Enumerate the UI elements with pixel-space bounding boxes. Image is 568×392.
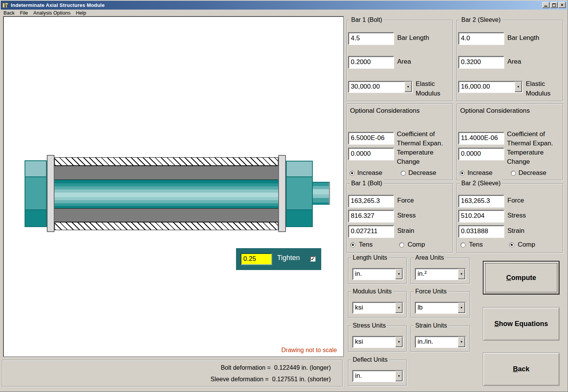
- bar2-strain-label: Strain: [507, 227, 524, 235]
- sleeve-deformation-text: Sleeve deformation = 0.127551 in. (short…: [210, 376, 331, 383]
- bar1-cte-input[interactable]: 6.5000E-06: [348, 132, 394, 145]
- bar1-comp-radio[interactable]: [399, 242, 404, 247]
- bar2-temp-label-line2: Change: [507, 158, 530, 166]
- bar1-tens-radio[interactable]: [350, 242, 355, 247]
- bar2-modulus-combo[interactable]: 16,000.00 ▼: [458, 81, 523, 93]
- bar2-increase-label: Increase: [467, 169, 492, 177]
- bar1-stress-output[interactable]: 816.327: [348, 210, 394, 222]
- bar2-increase-radio[interactable]: [460, 171, 465, 176]
- bar1-tens-label: Tens: [359, 241, 373, 249]
- bolt-head-bottom-facet: [25, 210, 46, 226]
- bar1-modulus-combo[interactable]: 30,000.00 ▼: [348, 81, 413, 93]
- deflect-units-combo[interactable]: in. ▼: [352, 370, 403, 382]
- bar2-force-output[interactable]: 163,265.3: [458, 195, 504, 208]
- show-equations-button[interactable]: Show Equations: [483, 307, 560, 341]
- bar2-length-input[interactable]: 4.0: [458, 32, 504, 45]
- bar1-strain-output[interactable]: 0.027211: [348, 225, 394, 238]
- bar1-comp-label: Comp: [408, 241, 425, 249]
- bar2-temp-label-line1: Temperature: [507, 149, 543, 156]
- bar2-force-label: Force: [507, 197, 524, 204]
- minimize-icon: [544, 6, 547, 7]
- bar1-temp-input[interactable]: 0.0000: [348, 148, 394, 160]
- bolt-end: [313, 182, 330, 205]
- bar1-input-group: Bar 1 (Bolt) 4.5 Bar Length 0.2000 Area …: [347, 20, 453, 101]
- bar2-results-group-title: Bar 2 (Sleeve): [460, 180, 502, 187]
- dropdown-arrow-icon[interactable]: ▼: [458, 269, 465, 279]
- length-units-title: Length Units: [351, 254, 389, 261]
- bar1-optional-title: Optional Considerations: [350, 107, 419, 115]
- menu-item-back[interactable]: Back: [1, 10, 17, 16]
- thread-hatch-bottom: [54, 222, 278, 230]
- bar2-input-group-title: Bar 2 (Sleeve): [460, 16, 502, 23]
- bar1-area-label: Area: [397, 58, 411, 66]
- dropdown-arrow-icon[interactable]: ▼: [395, 269, 403, 279]
- bar1-length-input[interactable]: 4.5: [348, 32, 394, 45]
- bolt-head-mid-facet: [25, 177, 46, 210]
- stress-units-combo[interactable]: ksi ▼: [352, 336, 403, 348]
- close-icon: ×: [561, 3, 563, 7]
- area-units-combo[interactable]: in.² ▼: [415, 268, 466, 280]
- tighten-label: Tighten: [277, 254, 300, 262]
- bar2-modulus-label-line2: Modulus: [526, 90, 550, 97]
- length-units-combo[interactable]: in. ▼: [352, 268, 403, 280]
- nut-bottom-facet: [287, 210, 312, 226]
- menu-item-file[interactable]: File: [17, 10, 31, 16]
- minimize-button[interactable]: [542, 2, 550, 8]
- dropdown-arrow-icon[interactable]: ▼: [458, 303, 465, 313]
- dropdown-arrow-icon[interactable]: ▼: [515, 82, 522, 92]
- bar2-cte-input[interactable]: 11.4000E-06: [458, 132, 504, 145]
- close-button[interactable]: ×: [558, 2, 566, 8]
- bar1-force-output[interactable]: 163,265.3: [348, 195, 394, 208]
- bar1-force-label: Force: [397, 197, 414, 204]
- menu-item-analysis-options[interactable]: Analysis Options: [31, 10, 73, 16]
- bar1-decrease-radio[interactable]: [401, 171, 406, 176]
- stress-units-title: Stress Units: [351, 322, 387, 329]
- back-button[interactable]: Back: [483, 352, 560, 386]
- area-units-group: Area Units in.² ▼: [411, 258, 470, 284]
- modulus-units-combo[interactable]: ksi ▼: [352, 302, 403, 314]
- nut: [286, 161, 313, 227]
- dropdown-arrow-icon[interactable]: ▼: [405, 82, 412, 92]
- bar2-stress-label: Stress: [507, 212, 526, 219]
- bar2-results-group: Bar 2 (Sleeve) 163,265.3 Force 510.204 S…: [457, 183, 563, 253]
- bar2-tens-radio[interactable]: [461, 242, 466, 247]
- deflect-units-title: Deflect Units: [351, 356, 389, 363]
- bar2-decrease-radio[interactable]: [511, 171, 516, 176]
- maximize-icon: [552, 3, 556, 7]
- strain-units-group: Strain Units in./in. ▼: [411, 326, 470, 352]
- bar2-area-label: Area: [507, 58, 521, 66]
- nut-top-facet: [287, 161, 312, 177]
- length-units-group: Length Units in. ▼: [348, 258, 407, 284]
- bar1-modulus-label-line2: Modulus: [416, 90, 440, 97]
- bar2-input-group: Bar 2 (Sleeve) 4.0 Bar Length 0.3200 Are…: [457, 20, 563, 101]
- bar1-optional-group: Optional Considerations 6.5000E-06 Coeff…: [347, 104, 453, 180]
- bar2-cte-label-line2: Thermal Expan.: [507, 140, 553, 147]
- dropdown-arrow-icon[interactable]: ▼: [395, 303, 403, 313]
- bar1-area-input[interactable]: 0.2000: [348, 56, 394, 69]
- modulus-units-value: ksi: [355, 304, 363, 311]
- dropdown-arrow-icon[interactable]: ▼: [395, 371, 403, 381]
- dropdown-arrow-icon[interactable]: ▼: [395, 337, 403, 347]
- bar2-strain-output[interactable]: 0.031888: [458, 225, 504, 238]
- tighten-checkbox[interactable]: [310, 256, 315, 262]
- compute-button[interactable]: Compute: [483, 261, 560, 295]
- menu-bar: Back File Analysis Options Help: [1, 10, 567, 16]
- deflect-units-value: in.: [355, 372, 362, 380]
- bar2-temp-input[interactable]: 0.0000: [458, 148, 504, 160]
- strain-units-combo[interactable]: in./in. ▼: [415, 336, 466, 348]
- modulus-units-group: Modulus Units ksi ▼: [348, 292, 407, 318]
- area-units-title: Area Units: [414, 254, 446, 261]
- bar1-results-group-title: Bar 1 (Bolt): [350, 180, 384, 187]
- bar2-stress-output[interactable]: 510.204: [458, 210, 504, 222]
- bar2-area-input[interactable]: 0.3200: [458, 56, 504, 69]
- dropdown-arrow-icon[interactable]: ▼: [458, 337, 465, 347]
- force-units-combo[interactable]: lb ▼: [415, 302, 466, 314]
- bar2-comp-label: Comp: [518, 241, 535, 249]
- menu-item-help[interactable]: Help: [73, 10, 89, 16]
- tighten-input[interactable]: 0.25: [241, 253, 272, 265]
- bar2-comp-radio[interactable]: [509, 242, 514, 247]
- bar1-input-group-title: Bar 1 (Bolt): [350, 16, 384, 23]
- maximize-button[interactable]: [550, 2, 558, 8]
- bar1-increase-radio[interactable]: [350, 171, 355, 176]
- strain-units-value: in./in.: [418, 338, 433, 346]
